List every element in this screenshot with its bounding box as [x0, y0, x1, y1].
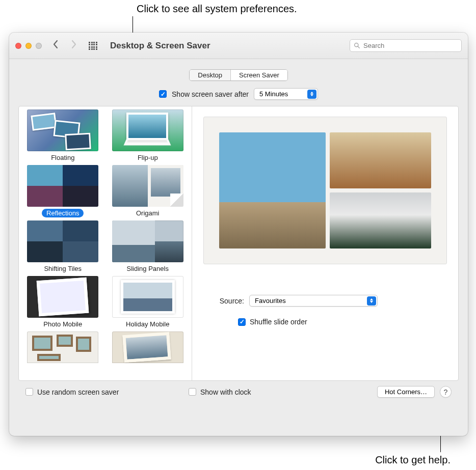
show-after-popup[interactable]: 5 Minutes: [254, 88, 318, 100]
source-value: Favourites: [255, 297, 286, 305]
minimize-window-button[interactable]: [25, 43, 32, 49]
gallery-label: Sliding Panels: [122, 264, 173, 273]
gallery-item-origami[interactable]: Origami: [110, 165, 186, 217]
gallery-label: Holiday Mobile: [121, 320, 174, 328]
thumbnail: [112, 331, 183, 363]
show-after-label: Show screen saver after: [172, 90, 249, 98]
preferences-window: Desktop & Screen Saver Desktop Screen Sa…: [9, 33, 468, 436]
gallery-label: Origami: [131, 209, 164, 217]
shuffle-label: Shuffle slide order: [250, 318, 307, 326]
gallery-item-photo-wall[interactable]: Photo Wall: [25, 331, 101, 374]
thumbnail: [27, 109, 98, 151]
svg-point-0: [355, 43, 358, 47]
svg-line-1: [358, 46, 359, 48]
thumbnail: [112, 109, 183, 151]
screensaver-preview: [203, 117, 447, 264]
screensaver-gallery[interactable]: Floating Flip-up Reflections: [19, 106, 192, 380]
gallery-item-floating[interactable]: Floating: [25, 109, 101, 162]
preview-tile: [219, 132, 326, 248]
close-window-button[interactable]: [15, 43, 21, 49]
tab-segmented-control[interactable]: Desktop Screen Saver: [189, 69, 287, 81]
tab-screen-saver[interactable]: Screen Saver: [231, 70, 287, 80]
show-after-value: 5 Minutes: [259, 90, 288, 98]
gallery-item-holiday-mobile[interactable]: Holiday Mobile: [110, 276, 186, 328]
zoom-window-button: [36, 43, 42, 49]
hot-corners-button[interactable]: Hot Corners…: [377, 386, 435, 398]
gallery-label: Photo Mobile: [39, 320, 87, 328]
random-checkbox[interactable]: [25, 388, 33, 396]
gallery-label: Flip-up: [133, 153, 163, 162]
gallery-item-vintage-prints[interactable]: Vintage Prints: [110, 331, 186, 374]
window-controls: [15, 43, 42, 49]
annotation-top: Click to see all system preferences.: [137, 3, 297, 15]
thumbnail: [27, 331, 98, 363]
show-all-button[interactable]: [86, 39, 100, 53]
grid-icon: [89, 42, 97, 50]
show-clock-checkbox[interactable]: [189, 388, 196, 396]
search-icon: [354, 42, 360, 49]
search-field[interactable]: [350, 39, 462, 52]
search-input[interactable]: [363, 42, 458, 49]
forward-button: [69, 40, 78, 51]
gallery-item-flipup[interactable]: Flip-up: [110, 109, 186, 162]
thumbnail: [27, 276, 98, 318]
thumbnail: [112, 276, 183, 318]
gallery-item-sliding-panels[interactable]: Sliding Panels: [110, 220, 186, 273]
back-button[interactable]: [51, 40, 60, 51]
gallery-label: Floating: [46, 153, 79, 162]
thumbnail: [112, 165, 183, 207]
popup-arrows-icon: [367, 296, 376, 306]
gallery-label: Shifting Tiles: [39, 264, 86, 273]
tab-desktop[interactable]: Desktop: [190, 70, 231, 80]
show-clock-label: Show with clock: [200, 388, 251, 396]
popup-arrows-icon: [307, 90, 316, 99]
shuffle-checkbox[interactable]: [238, 318, 246, 326]
preview-tile: [330, 132, 431, 188]
gallery-item-reflections[interactable]: Reflections: [25, 165, 101, 217]
help-button[interactable]: ?: [440, 386, 452, 398]
annotation-bottom: Click to get help.: [375, 454, 451, 466]
source-popup[interactable]: Favourites: [249, 295, 378, 307]
thumbnail: [27, 220, 98, 262]
thumbnail: [112, 220, 183, 262]
random-label: Use random screen saver: [37, 388, 119, 396]
gallery-item-photo-mobile[interactable]: Photo Mobile: [25, 276, 101, 328]
source-label: Source:: [203, 297, 244, 305]
gallery-label: Reflections: [42, 209, 84, 217]
gallery-item-shifting-tiles[interactable]: Shifting Tiles: [25, 220, 101, 273]
preview-tile: [330, 192, 431, 248]
thumbnail: [27, 165, 98, 207]
window-title: Desktop & Screen Saver: [110, 41, 350, 51]
nav-arrows: [51, 40, 78, 51]
titlebar: Desktop & Screen Saver: [9, 33, 468, 59]
show-after-checkbox[interactable]: [159, 90, 167, 98]
